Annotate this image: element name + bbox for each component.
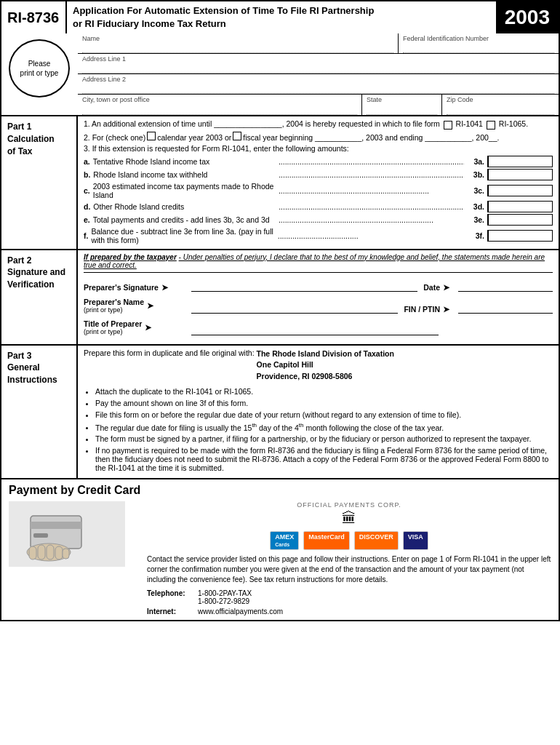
part3-label-line1: Part 3 [7, 351, 31, 361]
calc-row-e: e. Total payments and credits - add line… [84, 214, 553, 226]
part3-section: Part 3 General Instructions Prepare this… [0, 346, 560, 480]
part3-label-line3: Instructions [7, 375, 57, 385]
calc-box-d[interactable] [487, 201, 553, 212]
address2-label: Address Line 2 [82, 76, 554, 83]
checkbox-calendar[interactable] [147, 132, 156, 140]
calc-row-a: a. Tentative Rhode Island income tax ...… [84, 156, 553, 167]
part2-label-line2: Signature and [7, 267, 65, 277]
header: RI-8736 Application For Automatic Extens… [0, 0, 560, 33]
part2-content: If prepared by the taxpayer - Under pena… [78, 250, 559, 344]
part3-top: Prepare this form in duplicate and file … [84, 348, 553, 383]
official-payments-block: OFFICIAL PAYMENTS CORP. 🏛 [147, 501, 551, 527]
title-line[interactable] [191, 321, 439, 335]
title-arrow: ➤ [145, 323, 151, 332]
svg-rect-6 [38, 545, 45, 559]
preparer-name-label: Preparer's Name (print or type) ➤ [84, 298, 185, 314]
bullet-4: The regular due date for filing is usual… [95, 422, 553, 432]
telephone-label: Telephone: [147, 589, 191, 605]
part2-label-line3: Verification [7, 279, 55, 290]
telephone-row: Telephone: 1-800-2PAY-TAX 1-800-272-9829 [147, 589, 551, 605]
form-id: RI-8736 [7, 9, 60, 26]
state-input-line[interactable] [367, 104, 437, 115]
city-input-line[interactable] [82, 104, 357, 115]
calc-box-b[interactable] [487, 169, 553, 180]
date-line[interactable] [458, 277, 553, 292]
bullet-5: The form must be signed by a partner, if… [95, 434, 553, 443]
date-arrow: ➤ [443, 283, 449, 292]
svg-rect-7 [47, 545, 54, 559]
state-label: State [367, 96, 437, 103]
checkbox-fiscal[interactable] [233, 132, 241, 140]
name-input-line[interactable] [82, 43, 393, 53]
mastercard-logo: MasterCard [303, 531, 350, 550]
bullet-6: If no payment is required to be made wit… [95, 446, 553, 472]
title-label: Title of Preparer (print or type) ➤ [84, 319, 185, 335]
address1-input-line[interactable] [82, 63, 554, 73]
fin-arrow: ➤ [443, 305, 449, 314]
please-print-text: Pleaseprint or type [20, 59, 59, 78]
zip-label: Zip Code [447, 96, 554, 103]
zip-input-line[interactable] [447, 104, 554, 115]
calc-box-f[interactable] [487, 230, 553, 242]
part3-address-block: The Rhode Island Division of Taxation On… [257, 348, 394, 383]
preparer-name-line[interactable] [191, 299, 398, 314]
part3-content: Prepare this form in duplicate and file … [78, 346, 559, 479]
part1-label-line1: Part 1 [7, 121, 31, 132]
perjury-text: If prepared by the taxpayer - Under pena… [84, 253, 553, 273]
calc-box-a[interactable] [487, 156, 553, 167]
address2-input-line[interactable] [82, 84, 554, 94]
title-line2: or RI Fiduciary Income Tax Return [73, 18, 226, 29]
page: RI-8736 Application For Automatic Extens… [0, 0, 560, 621]
amex-card-logo: AMEXCards [270, 531, 299, 550]
header-title: Application For Automatic Extension of T… [73, 4, 490, 31]
preparer-sig-line[interactable] [191, 277, 417, 292]
part1-label: Part 1 Calculation of Tax [1, 116, 78, 248]
bullet-1: Attach the duplicate to the RI-1041 or R… [95, 387, 553, 396]
bank-icon: 🏛 [147, 510, 551, 527]
part1-label-line2: Calculation [7, 134, 55, 144]
checkbox-ri1065[interactable] [487, 121, 495, 130]
part3-label-line2: General [7, 362, 40, 372]
part1-line3-intro: 3. If this extension is requested for Fo… [84, 144, 553, 153]
preparer-name-row: Preparer's Name (print or type) ➤ FIN / … [84, 298, 553, 314]
part2-label-line1: Part 2 [7, 255, 31, 266]
preparer-sig-label: Preparer's Signature ➤ [84, 283, 185, 292]
calc-row-b: b. Rhode Island income tax withheld ....… [84, 169, 553, 180]
part2-label: Part 2 Signature and Verification [1, 250, 78, 344]
please-print-box: Pleaseprint or type [9, 39, 70, 97]
fed-id-label: Federal Identification Number [403, 35, 554, 42]
city-state-zip-row: City, town or post office State Zip Code [78, 95, 559, 115]
title-row: Title of Preparer (print or type) ➤ [84, 319, 553, 335]
sig-arrow: ➤ [161, 283, 168, 292]
name-row: Name Federal Identification Number [78, 33, 559, 54]
credit-card-hand-image [9, 501, 125, 567]
part1-label-line3: of Tax [7, 146, 32, 156]
part1-content: 1. An additional extension of time until… [78, 116, 559, 248]
address1-row: Address Line 1 [78, 54, 559, 74]
payment-content: OFFICIAL PAYMENTS CORP. 🏛 AMEXCards Mast… [9, 501, 551, 615]
fin-line[interactable] [458, 299, 553, 314]
part3-bullets: Attach the duplicate to the RI-1041 or R… [84, 387, 553, 473]
payment-right: OFFICIAL PAYMENTS CORP. 🏛 AMEXCards Mast… [147, 501, 551, 615]
official-payments-title: OFFICIAL PAYMENTS CORP. [147, 501, 551, 509]
svg-rect-5 [29, 546, 36, 559]
fed-id-input-line[interactable] [403, 43, 554, 53]
name-arrow: ➤ [147, 301, 153, 310]
address2-row: Address Line 2 [78, 74, 559, 95]
city-label: City, town or post office [82, 96, 357, 103]
calc-row-c: c. 2003 estimated income tax payments ma… [84, 182, 553, 199]
fed-id-cell: Federal Identification Number [399, 33, 559, 53]
calc-row-f: f. Balance due - subtract line 3e from l… [84, 227, 553, 244]
address1-cell: Address Line 1 [78, 54, 559, 73]
calc-box-e[interactable] [487, 214, 553, 226]
form-id-block: RI-8736 [1, 1, 67, 33]
part2-section: Part 2 Signature and Verification If pre… [0, 250, 560, 346]
address-section: Pleaseprint or type Name Federal Identif… [0, 33, 560, 116]
bullet-2: Pay the amount shown on line 3f of this … [95, 399, 553, 407]
state-cell: State [362, 95, 442, 115]
checkbox-ri1041[interactable] [444, 121, 452, 130]
preparer-sig-row: Preparer's Signature ➤ Date ➤ [84, 277, 553, 292]
calc-box-c[interactable] [487, 185, 553, 196]
card-logos: AMEXCards MasterCard DISCOVER VISA [147, 531, 551, 550]
discover-logo: DISCOVER [354, 531, 399, 550]
